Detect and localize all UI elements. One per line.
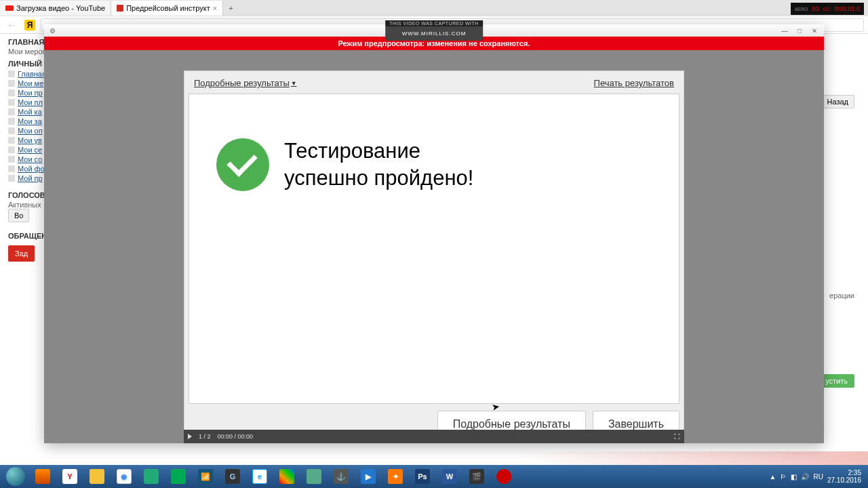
tab-instruction[interactable]: Предрейсовый инструкт × — [111, 1, 223, 16]
modal-body: Подробные результаты ▼ Печать результато… — [44, 50, 824, 443]
taskbar-app[interactable]: ◉ — [111, 467, 137, 486]
maximize-icon[interactable]: □ — [793, 26, 806, 35]
tab-label: Предрейсовый инструкт — [126, 4, 210, 12]
taskbar-app[interactable]: ⚓ — [328, 467, 354, 486]
language-indicator[interactable]: RU — [813, 473, 823, 481]
recorder-overlay: AERO 03 GO 0:00:01.0 — [791, 3, 864, 15]
tab-youtube[interactable]: Загрузка видео - YouTube — [0, 1, 111, 16]
bullet-icon — [8, 108, 15, 115]
capture-brand: WWW.MIRILLIS.COM — [385, 26, 483, 41]
tab-label: Загрузка видео - YouTube — [16, 4, 105, 12]
rec-time: 0:00:01.0 — [834, 5, 860, 12]
tray-icon[interactable]: ◧ — [791, 473, 797, 481]
right-controls: Назад ерации устить устить Назад — [818, 95, 854, 465]
back-arrow-icon[interactable]: ← — [4, 20, 19, 30]
test-result-modal: ⚙ — □ ✕ Режим предпросмотра: изменения н… — [44, 24, 824, 443]
panel-header: Подробные результаты ▼ Печать результато… — [189, 75, 679, 94]
bullet-icon — [8, 175, 15, 182]
capture-text: THIS VIDEO WAS CAPTURED WITH — [385, 20, 483, 26]
bullet-icon — [8, 118, 15, 125]
appeal-button[interactable]: Зад — [8, 245, 35, 262]
play-icon[interactable] — [188, 434, 192, 439]
taskbar-app[interactable] — [138, 467, 164, 486]
youtube-icon — [5, 5, 14, 11]
back-button[interactable]: Назад — [821, 95, 854, 108]
flag-icon[interactable]: 🏳 — [780, 473, 787, 481]
taskbar-app[interactable] — [30, 467, 56, 486]
rec-label: AERO — [795, 7, 808, 12]
bullet-icon — [8, 146, 15, 153]
taskbar-app[interactable] — [165, 467, 191, 486]
taskbar-app[interactable]: e — [247, 467, 273, 486]
result-content: Тестирование успешно пройдено! — [189, 94, 679, 404]
yandex-icon[interactable]: Я — [24, 20, 35, 30]
launch-button[interactable]: устить — [818, 374, 854, 388]
ops-text: ерации — [829, 291, 854, 300]
close-icon[interactable]: × — [213, 4, 217, 12]
taskbar-app[interactable] — [84, 467, 110, 486]
checkmark-icon — [216, 138, 269, 191]
details-dropdown[interactable]: Подробные результаты ▼ — [194, 78, 297, 88]
tray-expand-icon[interactable]: ▲ — [770, 473, 776, 481]
bullet-icon — [8, 70, 15, 77]
taskbar-app[interactable]: Ps — [410, 467, 435, 486]
rec-go: GO — [823, 7, 831, 12]
taskbar-app[interactable]: ▶ — [355, 467, 381, 486]
rec-fps: 03 — [812, 5, 819, 12]
taskbar-app[interactable] — [491, 467, 517, 486]
result-message: Тестирование успешно пройдено! — [284, 138, 473, 191]
cursor-icon: ➤ — [491, 401, 501, 413]
bullet-icon — [8, 99, 15, 106]
bullet-icon — [8, 156, 15, 163]
vote-button[interactable]: Во — [8, 209, 29, 222]
taskbar-app[interactable]: 🎬 — [464, 467, 490, 486]
taskbar[interactable]: Y ◉ 📶 G e ⚓ ▶ ✦ Ps W 🎬 ▲ 🏳 ◧ 🔊 RU 2:35 2… — [0, 465, 868, 488]
system-tray[interactable]: ▲ 🏳 ◧ 🔊 RU 2:35 27.10.2016 — [770, 469, 865, 484]
bullet-icon — [8, 165, 15, 172]
taskbar-app[interactable] — [301, 467, 327, 486]
taskbar-app[interactable] — [274, 467, 300, 486]
taskbar-app[interactable]: G — [220, 467, 245, 486]
taskbar-app[interactable]: 📶 — [193, 467, 218, 486]
taskbar-app[interactable]: ✦ — [382, 467, 408, 486]
close-icon[interactable]: ✕ — [808, 26, 821, 35]
capture-watermark: THIS VIDEO WAS CAPTURED WITH WWW.MIRILLI… — [385, 20, 483, 41]
bullet-icon — [8, 127, 15, 134]
footer-stripe — [0, 451, 868, 465]
taskbar-app[interactable]: Y — [57, 467, 83, 486]
result-panel: Подробные результаты ▼ Печать результато… — [184, 70, 684, 443]
time-display: 00:00 / 00:00 — [218, 433, 254, 440]
minimize-icon[interactable]: — — [778, 26, 791, 35]
slide-position: 1 / 2 — [199, 433, 211, 440]
bullet-icon — [8, 80, 15, 87]
browser-tab-strip: Загрузка видео - YouTube Предрейсовый ин… — [0, 0, 868, 16]
fullscreen-icon[interactable]: ⛶ — [674, 433, 680, 440]
taskbar-app[interactable]: W — [437, 467, 462, 486]
new-tab-button[interactable]: + — [223, 4, 238, 12]
media-player-bar[interactable]: 1 / 2 00:00 / 00:00 ⛶ — [184, 430, 684, 443]
start-button[interactable] — [3, 466, 28, 487]
bullet-icon — [8, 137, 15, 144]
chevron-down-icon: ▼ — [291, 80, 297, 87]
bullet-icon — [8, 89, 15, 96]
volume-icon[interactable]: 🔊 — [801, 473, 809, 481]
rzd-icon — [117, 5, 123, 12]
print-results-link[interactable]: Печать результатов — [594, 78, 674, 88]
clock[interactable]: 2:35 27.10.2016 — [827, 469, 861, 484]
